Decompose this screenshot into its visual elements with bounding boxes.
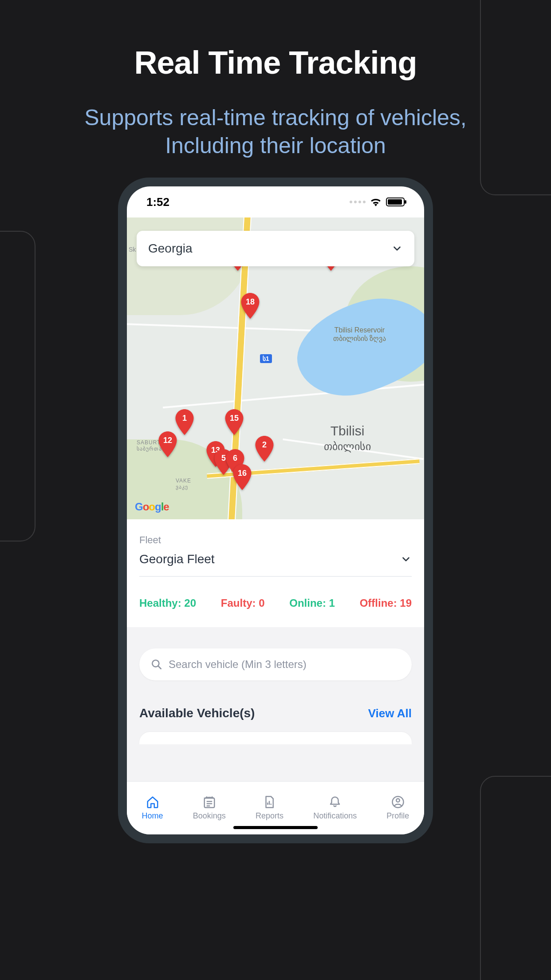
region-selected: Georgia	[148, 241, 193, 256]
map-pin-number: 1	[182, 414, 187, 423]
highway-badge: ს1	[260, 354, 272, 363]
tab-profile[interactable]: Profile	[386, 795, 409, 821]
device-frame: 1:52 Tbilisi Reservoirთბილისის ზღვა ს1 S…	[118, 178, 433, 843]
map-pin-number: 15	[230, 414, 239, 423]
screen: 1:52 Tbilisi Reservoirთბილისის ზღვა ს1 S…	[127, 186, 424, 834]
profile-icon	[391, 795, 405, 809]
fleet-dropdown[interactable]: Georgia Fleet	[139, 552, 412, 577]
wifi-icon	[370, 198, 382, 206]
map-pin[interactable]: 2	[255, 436, 274, 462]
fleet-stats: Healthy: 20 Faulty: 0 Online: 1 Offline:…	[139, 597, 412, 609]
fleet-label: Fleet	[139, 534, 412, 546]
stat-offline: Offline: 19	[360, 597, 412, 609]
region-dropdown[interactable]: Georgia	[137, 231, 414, 266]
search-vehicle-input[interactable]: Search vehicle (Min 3 letters)	[139, 648, 412, 680]
map-view[interactable]: Tbilisi Reservoirთბილისის ზღვა ს1 Sk SAB…	[127, 217, 424, 519]
view-all-link[interactable]: View All	[368, 707, 412, 720]
chevron-down-icon	[400, 553, 412, 565]
available-title: Available Vehicle(s)	[139, 706, 255, 720]
map-pin[interactable]: 16	[232, 464, 252, 490]
tab-bookings[interactable]: Bookings	[193, 795, 226, 821]
search-icon	[151, 659, 162, 670]
report-icon	[263, 795, 276, 809]
status-time: 1:52	[146, 195, 169, 209]
svg-point-15	[396, 799, 400, 802]
tab-home[interactable]: Home	[142, 795, 163, 821]
svg-line-12	[158, 666, 161, 669]
promo-subtitle: Supports real-time tracking of vehicles,…	[0, 104, 551, 159]
calendar-icon	[203, 795, 216, 809]
search-placeholder: Search vehicle (Min 3 letters)	[169, 658, 307, 671]
map-pin-number: 6	[233, 454, 237, 463]
status-bar: 1:52	[127, 186, 424, 217]
fleet-section: Fleet Georgia Fleet Healthy: 20 Faulty: …	[127, 519, 424, 627]
map-pin[interactable]: 15	[224, 409, 244, 435]
reservoir-label: Tbilisi Reservoirთბილისის ზღვა	[333, 326, 386, 343]
bell-icon	[328, 795, 342, 809]
map-pin[interactable]: 18	[240, 293, 260, 319]
map-pin-number: 18	[246, 297, 255, 307]
map-pin[interactable]: 12	[158, 431, 177, 457]
tab-reports[interactable]: Reports	[256, 795, 283, 821]
battery-icon	[386, 198, 405, 206]
map-pin[interactable]: 1	[175, 409, 194, 435]
fleet-selected: Georgia Fleet	[139, 552, 215, 566]
map-pin-number: 2	[262, 440, 267, 450]
promo-title: Real Time Tracking	[0, 44, 551, 81]
stat-online: Online: 1	[289, 597, 335, 609]
home-indicator[interactable]	[233, 826, 318, 829]
stat-faulty: Faulty: 0	[221, 597, 265, 609]
stat-healthy: Healthy: 20	[139, 597, 196, 609]
map-pin-number: 12	[163, 436, 172, 445]
cellular-icon	[350, 201, 366, 203]
tab-notifications[interactable]: Notifications	[313, 795, 357, 821]
city-label: Tbilisi თბილისი	[324, 423, 371, 453]
map-fragment-label: Sk	[129, 246, 136, 253]
home-icon	[146, 795, 159, 809]
map-pin-number: 16	[238, 469, 247, 478]
chevron-down-icon	[391, 243, 403, 254]
vehicle-card-peek[interactable]	[139, 732, 412, 744]
map-attribution: Google	[135, 501, 169, 513]
neighborhood-vake: VAKEვაკე	[176, 478, 191, 490]
